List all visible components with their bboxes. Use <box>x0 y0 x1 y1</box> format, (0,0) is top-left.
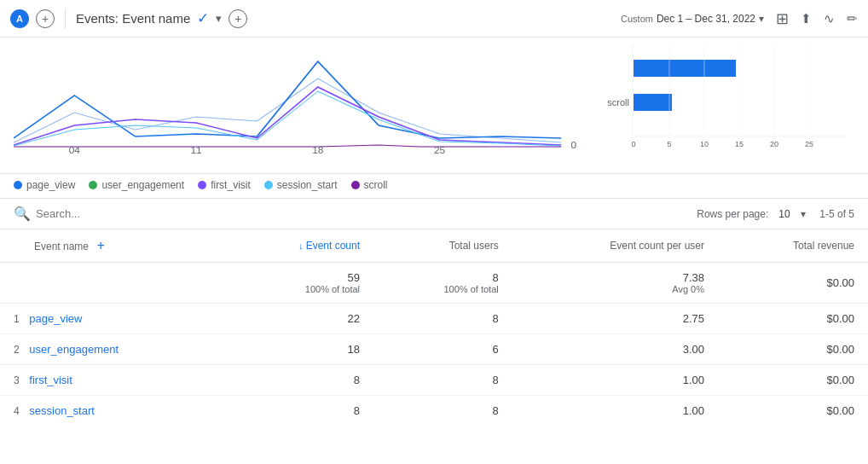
add-view-button[interactable]: + <box>229 9 247 28</box>
line-chart-svg: 04 Dec 11 18 25 0 <box>14 44 582 155</box>
page-title: Events: Event name <box>76 11 190 26</box>
col-label-revenue: Total revenue <box>793 240 854 252</box>
legend-label-user-engagement: user_engagement <box>101 179 184 191</box>
legend-label-session-start: session_start <box>277 179 338 191</box>
cell-revenue-1: $0.00 <box>718 334 868 365</box>
date-dropdown-icon[interactable]: ▾ <box>759 13 764 25</box>
cell-total-users-2: 8 <box>373 365 512 396</box>
cell-ecpu-2: 1.00 <box>512 365 718 396</box>
cell-ecpu-0: 2.75 <box>512 304 718 334</box>
svg-text:11: 11 <box>190 146 201 155</box>
title-dropdown-icon[interactable]: ▾ <box>216 12 222 25</box>
search-input[interactable] <box>36 207 189 220</box>
sort-arrow-icon: ↓ <box>298 241 306 251</box>
search-box[interactable]: 🔍 <box>14 206 189 222</box>
legend-first-visit[interactable]: first_visit <box>198 179 251 191</box>
table-row: 4 session_start 8 8 1.00 $0.00 <box>0 396 868 426</box>
cell-total-users-1: 6 <box>373 334 512 365</box>
search-icon: 🔍 <box>14 206 31 222</box>
legend-dot-user-engagement <box>89 181 97 189</box>
legend-label-first-visit: first_visit <box>211 179 251 191</box>
legend-dot-page-view <box>14 181 22 189</box>
cell-event-count-1: 18 <box>223 334 373 365</box>
svg-text:18: 18 <box>312 146 323 155</box>
svg-text:Dec: Dec <box>67 154 83 155</box>
total-row: 59 100% of total 8 100% of total 7.38 Av… <box>0 263 868 304</box>
cell-event-count-3: 8 <box>223 396 373 426</box>
cell-ecpu-1: 3.00 <box>512 334 718 365</box>
total-ecpu: 7.38 Avg 0% <box>512 263 718 304</box>
date-range[interactable]: Custom Dec 1 – Dec 31, 2022 ▾ <box>621 13 764 25</box>
share-icon[interactable]: ⬆ <box>801 11 812 26</box>
rows-per-page-label: Rows per page: <box>697 208 768 220</box>
table-container: Event name + ↓ Event count Total users E… <box>0 229 868 426</box>
col-label-total-users: Total users <box>449 240 499 252</box>
trend-icon[interactable]: ∿ <box>824 11 835 26</box>
header: A + Events: Event name ✓ ▾ + Custom Dec … <box>0 0 868 38</box>
legend-page-view[interactable]: page_view <box>14 179 75 191</box>
svg-text:20: 20 <box>770 140 778 148</box>
cell-total-users-0: 8 <box>373 304 512 334</box>
event-link-0[interactable]: page_view <box>29 312 82 325</box>
page-info: 1-5 of 5 <box>819 208 854 220</box>
date-custom-label: Custom <box>621 14 653 24</box>
data-table: Event name + ↓ Event count Total users E… <box>0 229 868 426</box>
rows-select[interactable]: 5 10 25 50 <box>775 206 806 222</box>
cell-revenue-0: $0.00 <box>718 304 868 334</box>
header-left: A + Events: Event name ✓ ▾ + <box>10 9 247 29</box>
event-link-1[interactable]: user_engagement <box>29 343 119 356</box>
legend-dot-session-start <box>264 181 273 189</box>
col-header-revenue[interactable]: Total revenue <box>718 229 868 263</box>
col-header-event-name[interactable]: Event name + <box>0 229 223 263</box>
total-revenue: $0.00 <box>718 263 868 304</box>
col-header-total-users[interactable]: Total users <box>373 229 512 263</box>
legend: page_view user_engagement first_visit se… <box>0 174 868 199</box>
cell-event-count-0: 22 <box>223 304 373 334</box>
cell-name-1: 2 user_engagement <box>0 334 223 365</box>
edit-icon[interactable]: ✏ <box>847 11 858 26</box>
grid-icon[interactable]: ⊞ <box>776 9 789 28</box>
cell-name-3: 4 session_start <box>0 396 223 426</box>
col-label-event-name: Event name <box>34 241 89 252</box>
add-tab-button[interactable]: + <box>36 9 55 28</box>
svg-text:25: 25 <box>805 140 813 148</box>
add-column-button[interactable]: + <box>96 238 104 252</box>
rows-per-page-control: Rows per page: 5 10 25 50 1-5 of 5 <box>697 206 854 222</box>
legend-label-scroll: scroll <box>364 179 388 191</box>
table-row: 1 page_view 22 8 2.75 $0.00 <box>0 304 868 334</box>
row-number-0: 1 <box>14 313 20 325</box>
svg-text:10: 10 <box>700 140 709 148</box>
legend-dot-scroll <box>351 181 360 189</box>
table-row: 2 user_engagement 18 6 3.00 $0.00 <box>0 334 868 365</box>
legend-scroll[interactable]: scroll <box>351 179 388 191</box>
svg-text:0: 0 <box>570 141 576 150</box>
chart-area: 04 Dec 11 18 25 0 scroll 0 5 10 15 20 <box>0 38 868 174</box>
line-chart: 04 Dec 11 18 25 0 <box>14 44 582 173</box>
col-label-event-count: Event count <box>306 240 360 252</box>
row-number-2: 3 <box>14 374 20 386</box>
event-link-3[interactable]: session_start <box>29 404 95 417</box>
col-header-event-count[interactable]: ↓ Event count <box>223 229 373 263</box>
legend-label-page-view: page_view <box>26 179 75 191</box>
legend-user-engagement[interactable]: user_engagement <box>89 179 184 191</box>
total-users: 8 100% of total <box>373 263 512 304</box>
svg-rect-9 <box>634 60 736 77</box>
avatar[interactable]: A <box>10 9 29 28</box>
cell-revenue-3: $0.00 <box>718 396 868 426</box>
svg-text:15: 15 <box>735 140 744 148</box>
header-divider <box>65 9 66 29</box>
total-label <box>0 263 223 304</box>
cell-revenue-2: $0.00 <box>718 365 868 396</box>
row-number-1: 2 <box>14 344 20 356</box>
row-number-3: 4 <box>14 405 20 417</box>
col-header-ecpu[interactable]: Event count per user <box>512 229 718 263</box>
event-link-2[interactable]: first_visit <box>29 374 72 386</box>
legend-session-start[interactable]: session_start <box>264 179 338 191</box>
check-icon: ✓ <box>197 9 209 27</box>
table-row: 3 first_visit 8 8 1.00 $0.00 <box>0 365 868 396</box>
table-header-row: Event name + ↓ Event count Total users E… <box>0 229 868 263</box>
cell-ecpu-3: 1.00 <box>512 396 718 426</box>
col-label-ecpu: Event count per user <box>610 240 704 252</box>
header-right: Custom Dec 1 – Dec 31, 2022 ▾ ⊞ ⬆ ∿ ✏ <box>621 9 858 28</box>
rows-dropdown[interactable]: 5 10 25 50 <box>775 206 806 222</box>
